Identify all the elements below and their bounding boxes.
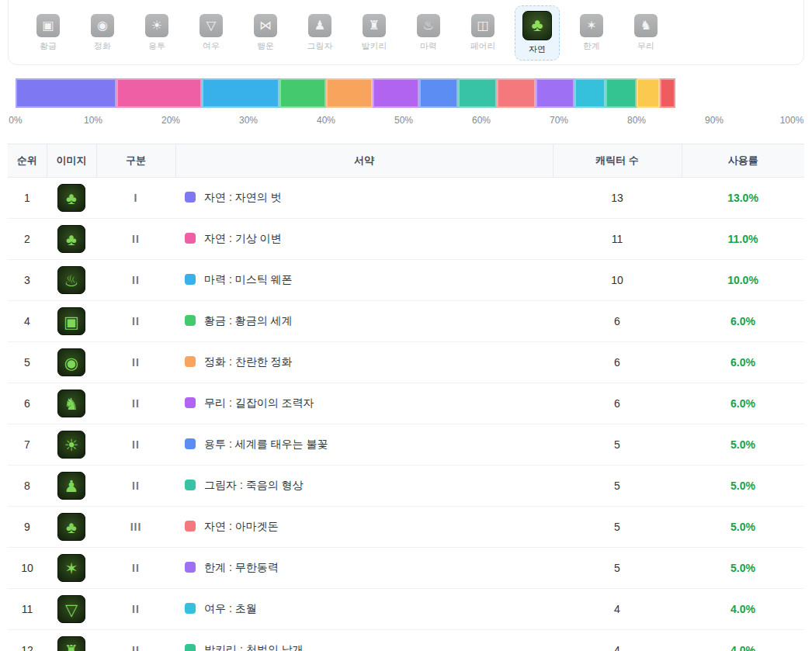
filter-item-pack[interactable]: ♞ 무리 [619,9,673,57]
col-header-image: 이미지 [47,144,96,178]
filter-item-gold[interactable]: ▣ 황금 [21,9,75,57]
oath-cell: 마력 : 미스틱 웨폰 [175,260,553,301]
filter-item-fox[interactable]: ▽ 여우 [184,9,238,57]
usage-cell: 6.0% [682,301,804,342]
table-row: 9 ♣ III 자연 : 아마겟돈 5 5.0% [8,507,804,548]
oath-cell: 정화 : 찬란한 정화 [175,342,553,383]
tree-icon: ♣ [57,225,85,253]
count-cell: 4 [553,589,682,630]
oath-label: 한계 : 무한동력 [204,561,279,573]
image-cell: ▽ [47,589,96,630]
color-swatch [185,233,196,244]
filter-item-shadow[interactable]: ♟ 그림자 [293,9,347,57]
table-row: 4 ▣ II 황금 : 황금의 세계 6 6.0% [8,301,804,342]
campfire-icon: ♨ [417,14,440,37]
rank-cell: 4 [8,301,47,342]
image-cell: ♣ [47,178,96,219]
bar-segment [637,78,660,108]
axis-tick: 40% [317,115,335,126]
usage-cell: 11.0% [682,219,804,260]
table-row: 3 ♨ II 마력 : 미스틱 웨폰 10 10.0% [8,260,804,301]
starburst-icon: ✶ [580,14,603,37]
usage-cell: 5.0% [682,507,804,548]
filter-label: 정화 [94,40,111,52]
rank-cell: 1 [8,178,47,219]
oath-label: 자연 : 자연의 벗 [204,191,282,203]
filter-label: 마력 [420,40,437,52]
division-cell: I [96,178,175,219]
rank-cell: 6 [8,383,47,424]
oath-cell: 황금 : 황금의 세계 [175,301,553,342]
fox-icon: ▽ [57,595,85,623]
color-swatch [185,397,196,408]
image-cell: ♞ [47,383,96,424]
book-icon: ◫ [471,14,494,37]
col-header-division: 구분 [96,144,175,178]
color-swatch [185,438,196,449]
usage-cell: 4.0% [682,630,804,651]
filter-item-luck[interactable]: ⋈ 행운 [238,9,293,57]
axis-tick: 90% [705,115,724,126]
rank-cell: 8 [8,466,47,507]
filter-item-limit[interactable]: ✶ 한계 [564,9,619,57]
oath-cell: 여우 : 초월 [175,589,553,630]
usage-cell: 6.0% [682,383,804,424]
gold-bars-icon: ▣ [36,14,60,37]
filter-item-mana[interactable]: ♨ 마력 [401,9,456,57]
filter-label: 무리 [637,40,654,52]
table-row: 2 ♣ II 자연 : 기상 이변 11 11.0% [8,219,804,260]
color-swatch [185,192,196,203]
rank-cell: 9 [8,507,47,548]
filter-item-dragon[interactable]: ☀ 용투 [130,9,184,57]
division-cell: II [96,630,175,651]
usage-cell: 4.0% [682,589,804,630]
oath-cell: 자연 : 기상 이변 [175,219,553,260]
bar-segment [279,78,326,108]
oath-label: 자연 : 아마겟돈 [204,520,279,532]
image-cell: ♜ [47,630,96,651]
image-cell: ✶ [47,548,96,589]
oath-cell: 무리 : 길잡이의 조력자 [175,383,553,424]
filter-label: 자연 [529,43,546,55]
filter-item-fairy[interactable]: ◫ 페어리 [456,9,510,57]
purification-swirl-icon: ◉ [91,14,114,37]
col-header-count: 캐릭터 수 [553,144,682,178]
bar-segment [660,78,675,108]
rank-cell: 5 [8,342,47,383]
filter-label: 페어리 [470,40,496,52]
count-cell: 5 [553,424,682,466]
filter-label: 황금 [40,40,57,52]
oath-cell: 그림자 : 죽음의 형상 [175,466,553,507]
division-cell: II [96,466,175,507]
col-header-rank: 순위 [8,144,47,178]
usage-cell: 5.0% [682,466,804,507]
axis-tick: 80% [627,115,646,126]
bar-segment [202,78,279,108]
color-swatch [185,644,196,651]
campfire-icon: ♨ [57,266,85,294]
color-swatch [185,274,196,285]
oath-label: 여우 : 초월 [204,602,257,615]
division-cell: II [96,548,175,589]
table-row: 8 ♟ II 그림자 : 죽음의 형상 5 5.0% [8,466,804,507]
oath-ranking-table: 순위 이미지 구분 서약 캐릭터 수 사용률 1 ♣ I 자연 : 자연의 벗 … [8,144,804,651]
tree-icon: ♣ [522,11,552,40]
count-cell: 11 [553,219,682,260]
rank-cell: 3 [8,260,47,301]
silhouette-icon: ♟ [308,14,331,37]
helmet-icon: ♜ [363,14,386,37]
image-cell: ♣ [47,507,96,548]
division-cell: II [96,589,175,630]
division-cell: II [96,424,175,466]
filter-item-valkyrie[interactable]: ♜ 발키리 [347,9,401,57]
image-cell: ◉ [47,342,96,383]
count-cell: 10 [553,260,682,301]
division-cell: II [96,219,175,260]
axis-tick: 10% [84,115,102,126]
image-cell: ♟ [47,466,96,507]
filter-item-nature[interactable]: ♣ 자연 [510,5,564,61]
axis-tick: 70% [550,115,568,126]
tree-icon: ♣ [57,513,85,541]
filter-item-purification[interactable]: ◉ 정화 [75,9,130,57]
rank-cell: 2 [8,219,47,260]
